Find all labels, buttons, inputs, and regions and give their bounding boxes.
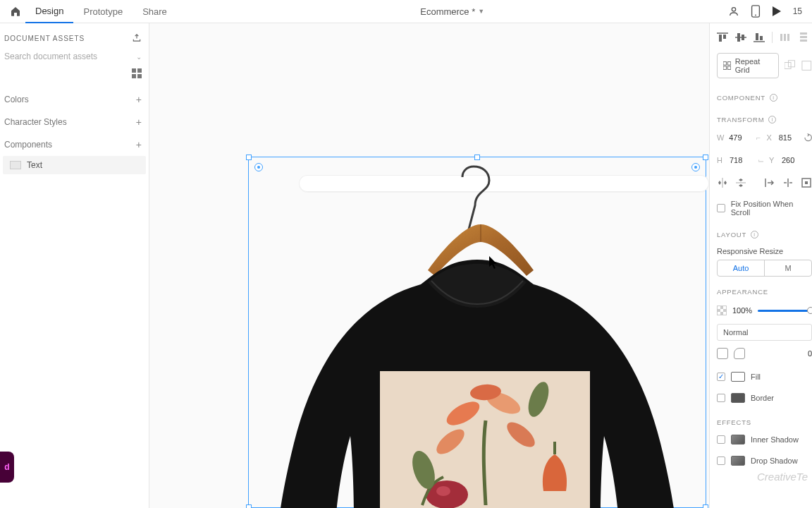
boolean-add-icon[interactable] bbox=[785, 60, 796, 71]
xd-app-icon: d bbox=[0, 452, 14, 483]
distribute-h-icon[interactable] bbox=[780, 32, 791, 43]
selection-handle[interactable] bbox=[703, 155, 708, 160]
corner-independent-icon[interactable] bbox=[734, 348, 745, 359]
h-label: H bbox=[717, 156, 725, 164]
selection-handle[interactable] bbox=[703, 504, 708, 508]
svg-rect-34 bbox=[723, 66, 726, 69]
separator bbox=[772, 32, 773, 43]
search-input[interactable] bbox=[4, 52, 132, 61]
user-icon[interactable] bbox=[728, 6, 739, 17]
corner-same-icon[interactable] bbox=[717, 348, 728, 359]
grid-view-icon[interactable] bbox=[132, 68, 142, 78]
opacity-value[interactable]: 100% bbox=[732, 306, 752, 315]
drop-shadow-label: Drop Shadow bbox=[751, 456, 798, 465]
selection-handle[interactable] bbox=[474, 155, 480, 160]
info-icon[interactable]: i bbox=[768, 116, 776, 123]
lock-aspect-icon[interactable]: ⌙ bbox=[756, 152, 765, 168]
corner-radius-input[interactable]: 0 bbox=[808, 349, 812, 358]
plus-icon[interactable]: + bbox=[136, 139, 142, 150]
mobile-preview-icon[interactable] bbox=[751, 5, 761, 18]
document-title[interactable]: Ecommerce * bbox=[420, 6, 475, 17]
layout-section-label: LAYOUT bbox=[717, 231, 746, 238]
assets-colors-label: Colors bbox=[4, 95, 29, 104]
assets-charstyles-group[interactable]: Character Styles + bbox=[0, 111, 149, 133]
flip-h-icon[interactable] bbox=[717, 177, 728, 188]
x-input[interactable]: 815 bbox=[779, 133, 800, 142]
assets-colors-group[interactable]: Colors + bbox=[0, 88, 149, 111]
export-icon[interactable] bbox=[132, 33, 142, 43]
constraint-left-icon[interactable] bbox=[764, 177, 775, 188]
fill-swatch[interactable] bbox=[731, 372, 745, 382]
svg-rect-28 bbox=[787, 34, 789, 41]
w-label: W bbox=[717, 133, 725, 142]
constraint-all-icon[interactable] bbox=[801, 177, 812, 188]
shirt-print bbox=[380, 371, 590, 508]
selection-handle[interactable] bbox=[246, 504, 252, 508]
info-icon[interactable]: i bbox=[770, 94, 777, 102]
border-checkbox[interactable] bbox=[717, 394, 725, 402]
responsive-manual-option[interactable]: M bbox=[765, 260, 811, 276]
svg-rect-27 bbox=[784, 34, 786, 41]
chevron-down-icon[interactable]: ⌄ bbox=[136, 53, 142, 61]
svg-rect-4 bbox=[137, 68, 142, 73]
svg-rect-31 bbox=[800, 40, 807, 42]
align-top-icon[interactable] bbox=[717, 32, 728, 43]
plus-icon[interactable]: + bbox=[136, 94, 142, 105]
opacity-checker-icon bbox=[717, 306, 727, 315]
canvas[interactable] bbox=[149, 23, 709, 508]
component-thumb bbox=[10, 161, 21, 169]
chevron-down-icon[interactable]: ▼ bbox=[478, 8, 484, 15]
play-icon[interactable] bbox=[772, 6, 782, 17]
h-input[interactable]: 718 bbox=[730, 156, 752, 164]
repeat-grid-button[interactable]: Repeat Grid bbox=[717, 53, 779, 78]
responsive-auto-option[interactable]: Auto bbox=[718, 260, 765, 276]
tab-design[interactable]: Design bbox=[25, 0, 73, 23]
x-label: X bbox=[767, 133, 775, 142]
info-icon[interactable]: i bbox=[751, 231, 758, 238]
svg-rect-19 bbox=[723, 35, 726, 39]
zoom-level[interactable]: 15 bbox=[793, 6, 802, 16]
tab-prototype[interactable]: Prototype bbox=[73, 0, 133, 23]
svg-point-14 bbox=[436, 486, 450, 496]
align-vcenter-icon[interactable] bbox=[735, 32, 746, 43]
boolean-sub-icon[interactable] bbox=[801, 60, 812, 71]
blend-mode-select[interactable]: Normal bbox=[717, 324, 812, 341]
constraint-center-icon[interactable] bbox=[782, 177, 794, 188]
fix-position-checkbox[interactable] bbox=[717, 204, 725, 212]
distribute-v-icon[interactable] bbox=[798, 32, 809, 43]
svg-point-2 bbox=[755, 15, 756, 16]
border-swatch[interactable] bbox=[731, 393, 745, 403]
assets-components-label: Components bbox=[4, 140, 52, 150]
tab-share[interactable]: Share bbox=[133, 0, 177, 23]
plus-icon[interactable]: + bbox=[136, 116, 142, 128]
selection-anchor[interactable] bbox=[254, 163, 263, 171]
lock-aspect-icon[interactable]: ⌐ bbox=[754, 130, 762, 145]
responsive-resize-segment[interactable]: Auto M bbox=[717, 260, 812, 277]
inner-shadow-checkbox[interactable] bbox=[717, 435, 725, 444]
w-input[interactable]: 479 bbox=[729, 133, 750, 142]
inner-shadow-swatch[interactable] bbox=[731, 435, 745, 445]
drop-shadow-checkbox[interactable] bbox=[717, 456, 725, 465]
assets-title: DOCUMENT ASSETS bbox=[4, 35, 85, 42]
component-item-text[interactable]: Text bbox=[3, 156, 146, 174]
svg-rect-18 bbox=[719, 35, 722, 42]
slider-thumb[interactable] bbox=[807, 307, 812, 314]
assets-components-group[interactable]: Components + bbox=[0, 133, 149, 156]
transform-section-label: TRANSFORM bbox=[717, 116, 764, 123]
svg-rect-26 bbox=[780, 34, 782, 41]
align-bottom-icon[interactable] bbox=[753, 32, 765, 43]
svg-point-0 bbox=[732, 8, 735, 11]
rotate-icon[interactable] bbox=[804, 133, 812, 142]
home-icon[interactable] bbox=[6, 6, 25, 17]
svg-rect-21 bbox=[737, 33, 740, 42]
opacity-slider[interactable] bbox=[758, 310, 812, 312]
fill-checkbox[interactable] bbox=[717, 373, 725, 381]
svg-rect-29 bbox=[800, 32, 807, 35]
selection-handle[interactable] bbox=[246, 155, 252, 160]
selection-anchor[interactable] bbox=[691, 163, 700, 171]
drop-shadow-swatch[interactable] bbox=[731, 456, 745, 466]
svg-rect-5 bbox=[132, 74, 136, 78]
y-input[interactable]: 260 bbox=[782, 156, 804, 164]
border-label: Border bbox=[751, 394, 774, 402]
flip-v-icon[interactable] bbox=[735, 177, 746, 188]
